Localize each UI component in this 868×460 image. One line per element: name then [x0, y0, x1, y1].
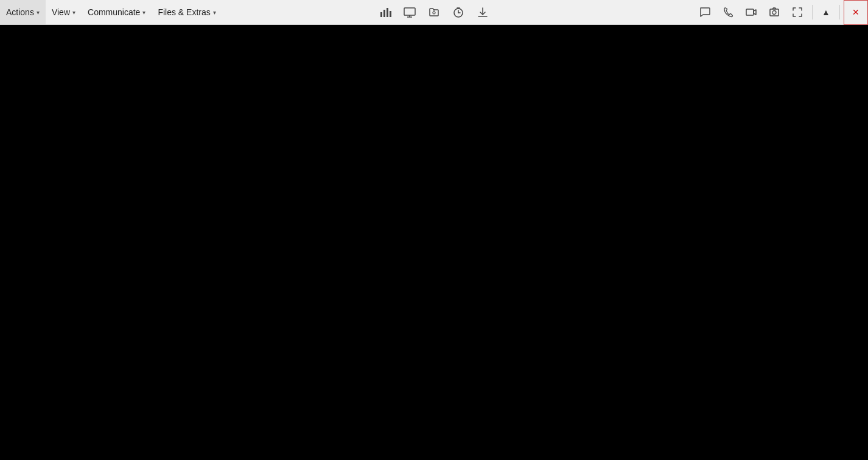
- communicate-menu[interactable]: Communicate ▾: [82, 0, 152, 24]
- view-chevron: ▾: [72, 9, 75, 16]
- files-extras-label: Files & Extras: [158, 7, 210, 17]
- chat-button[interactable]: [694, 2, 716, 22]
- files-extras-menu[interactable]: Files & Extras ▾: [152, 0, 222, 24]
- communicate-label: Communicate: [88, 7, 140, 17]
- fullscreen-button[interactable]: [786, 2, 808, 22]
- view-menu[interactable]: View ▾: [46, 0, 82, 24]
- toolbar-divider: [812, 5, 813, 19]
- close-button[interactable]: ✕: [844, 0, 868, 25]
- toolbar: Actions ▾ View ▾ Communicate ▾ Files & E…: [0, 0, 868, 25]
- view-label: View: [52, 7, 70, 17]
- files-button[interactable]: [423, 2, 445, 22]
- svg-rect-4: [404, 8, 415, 15]
- stats-button[interactable]: [374, 2, 396, 22]
- close-icon: ✕: [852, 7, 859, 17]
- svg-point-18: [772, 11, 776, 15]
- timer-button[interactable]: [447, 2, 469, 22]
- actions-chevron: ▾: [37, 9, 40, 16]
- svg-rect-17: [770, 9, 779, 16]
- up-icon: ▲: [822, 7, 830, 17]
- svg-rect-3: [390, 11, 391, 17]
- svg-point-7: [433, 12, 435, 14]
- screenshot-button[interactable]: [763, 2, 785, 22]
- up-button[interactable]: ▲: [816, 0, 836, 25]
- svg-rect-2: [387, 8, 388, 17]
- toolbar-divider-2: [839, 5, 840, 19]
- download-button[interactable]: [472, 2, 494, 22]
- svg-rect-1: [383, 10, 385, 17]
- phone-button[interactable]: [717, 2, 739, 22]
- communicate-chevron: ▾: [142, 9, 145, 16]
- actions-label: Actions: [6, 7, 34, 17]
- toolbar-right-section: ▲ ✕: [694, 0, 868, 24]
- main-content: [0, 25, 868, 460]
- toolbar-center-icons: [374, 0, 494, 24]
- svg-rect-0: [380, 12, 382, 17]
- svg-rect-16: [746, 9, 754, 15]
- files-extras-chevron: ▾: [213, 9, 216, 16]
- actions-menu[interactable]: Actions ▾: [0, 0, 46, 24]
- display-button[interactable]: [399, 2, 421, 22]
- video-button[interactable]: [740, 2, 762, 22]
- menu-section: Actions ▾ View ▾ Communicate ▾ Files & E…: [0, 0, 222, 24]
